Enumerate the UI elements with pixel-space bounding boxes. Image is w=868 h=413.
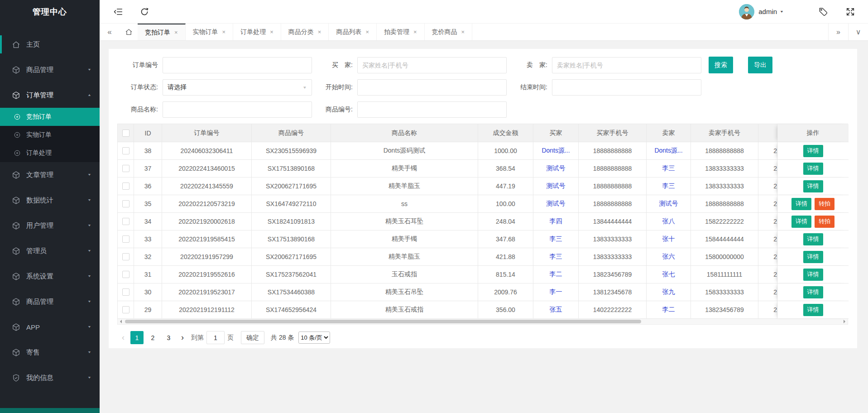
next-page-icon[interactable]: › [177,333,188,342]
tab-bidding-products[interactable]: 竞价商品× [425,24,473,40]
page-button-3[interactable]: 3 [162,331,175,344]
sidebar-item-article-management[interactable]: 文章管理 ▼ [0,162,100,187]
detail-button[interactable]: 详情 [791,216,811,228]
sidebar-item-data-statistics[interactable]: 数据统计 ▼ [0,187,100,213]
buyer-link[interactable]: 测试号 [533,195,579,213]
product-no-input[interactable] [357,101,507,118]
buyer-link[interactable]: 张五 [533,301,579,319]
row-checkbox[interactable] [122,165,129,172]
end-time-input[interactable] [552,79,701,96]
detail-button[interactable]: 详情 [791,198,811,210]
tab-physical-orders[interactable]: 实物订单× [186,24,234,40]
sidebar-item-user-management[interactable]: 用户管理 ▼ [0,213,100,238]
seller-link[interactable]: 测试号 [647,195,691,213]
sidebar-item-physical-orders[interactable]: 实物订单 [0,126,100,144]
page-button-2[interactable]: 2 [146,331,159,344]
sidebar-item-administrators[interactable]: 管理员 ▼ [0,238,100,264]
detail-button[interactable]: 详情 [803,233,823,245]
buyer-link[interactable]: 李四 [533,213,579,231]
sidebar-item-consignment[interactable]: 寄售 ▼ [0,340,100,365]
buyer-link[interactable]: 测试号 [533,178,579,195]
row-checkbox[interactable] [122,182,129,190]
sidebar-item-order-processing[interactable]: 订单处理 [0,144,100,162]
detail-button[interactable]: 详情 [803,269,823,281]
seller-input[interactable] [552,57,701,73]
seller-link[interactable]: 张十 [647,231,691,248]
sidebar-item-app[interactable]: APP ▼ [0,314,100,340]
buyer-input[interactable] [357,57,507,73]
page-button-1[interactable]: 1 [130,331,144,344]
page-size-select[interactable]: 10 条/页 [298,331,330,344]
tab-order-processing[interactable]: 订单处理× [233,24,281,40]
row-checkbox[interactable] [122,306,129,313]
close-icon[interactable]: × [318,29,321,35]
tabs-menu-icon[interactable]: ∨ [848,24,868,40]
buyer-link[interactable]: 测试号 [533,160,579,178]
buyer-link[interactable]: 李一 [533,283,579,301]
tab-auction-management[interactable]: 拍卖管理× [377,24,425,40]
row-checkbox[interactable] [122,200,129,207]
row-checkbox[interactable] [122,235,129,243]
row-checkbox[interactable] [122,147,129,154]
goto-page-input[interactable] [206,331,225,344]
sidebar-item-goods-management[interactable]: 商品管理 ▼ [0,57,100,82]
row-checkbox[interactable] [122,253,129,260]
scrollbar-right-arrow-icon[interactable] [841,319,848,324]
close-icon[interactable]: × [461,29,465,35]
seller-link[interactable]: Donts源... [647,142,691,160]
detail-button[interactable]: 详情 [803,286,823,298]
close-icon[interactable]: × [222,29,226,35]
tab-product-list[interactable]: 商品列表× [329,24,377,40]
seller-link[interactable]: 张六 [647,248,691,266]
row-checkbox[interactable] [122,288,129,296]
close-icon[interactable]: × [413,29,417,35]
buyer-link[interactable]: 李二 [533,266,579,283]
seller-link[interactable]: 李三 [647,178,691,195]
tab-home[interactable] [120,24,138,40]
start-time-input[interactable] [357,79,507,96]
order-no-input[interactable] [163,57,312,73]
seller-link[interactable]: 张八 [647,213,691,231]
tabs-scroll-left-icon[interactable]: « [100,24,120,40]
detail-button[interactable]: 详情 [803,145,823,157]
seller-link[interactable]: 张九 [647,283,691,301]
scrollbar-thumb[interactable] [125,320,641,323]
close-icon[interactable]: × [270,29,273,35]
select-all-checkbox[interactable] [122,130,129,137]
buyer-link[interactable]: Donts源... [533,142,579,160]
close-icon[interactable]: × [174,29,178,36]
sidebar-item-goods-management-2[interactable]: 商品管理 ▼ [0,289,100,314]
detail-button[interactable]: 详情 [803,180,823,192]
user-name[interactable]: admin [758,8,777,15]
tabs-scroll-right-icon[interactable]: » [828,24,848,40]
row-checkbox[interactable] [122,271,129,278]
tab-product-categories[interactable]: 商品分类× [281,24,329,40]
sidebar-item-order-management[interactable]: 订单管理 ▲ [0,82,100,108]
row-checkbox[interactable] [122,218,129,225]
close-icon[interactable]: × [365,29,369,35]
sidebar-item-my-info[interactable]: 我的信息 ▼ [0,365,100,390]
detail-button[interactable]: 详情 [803,163,823,175]
seller-link[interactable]: 张七 [647,266,691,283]
fullscreen-icon[interactable] [845,7,855,17]
buyer-link[interactable]: 李三 [533,248,579,266]
sidebar-item-system-settings[interactable]: 系统设置 ▼ [0,264,100,289]
resale-button[interactable]: 转拍 [815,198,834,210]
avatar[interactable] [739,4,754,19]
buyer-link[interactable]: 李三 [533,231,579,248]
resale-button[interactable]: 转拍 [815,216,834,228]
scrollbar-left-arrow-icon[interactable] [118,319,124,324]
tab-auction-orders[interactable]: 竞拍订单× [138,24,186,40]
product-name-input[interactable] [163,101,312,118]
export-button[interactable]: 导出 [748,57,772,73]
sidebar-item-home[interactable]: 主页 [0,32,100,57]
scrollbar-track[interactable] [124,319,841,324]
search-button[interactable]: 搜索 [709,57,733,73]
menu-fold-icon[interactable] [113,7,123,17]
prev-page-icon[interactable]: ‹ [117,333,129,342]
order-status-select[interactable]: 请选择 ▼ [163,79,312,96]
detail-button[interactable]: 详情 [803,251,823,263]
refresh-icon[interactable] [139,7,149,17]
sidebar-item-auction-orders[interactable]: 竞拍订单 [0,108,100,126]
detail-button[interactable]: 详情 [803,304,823,316]
